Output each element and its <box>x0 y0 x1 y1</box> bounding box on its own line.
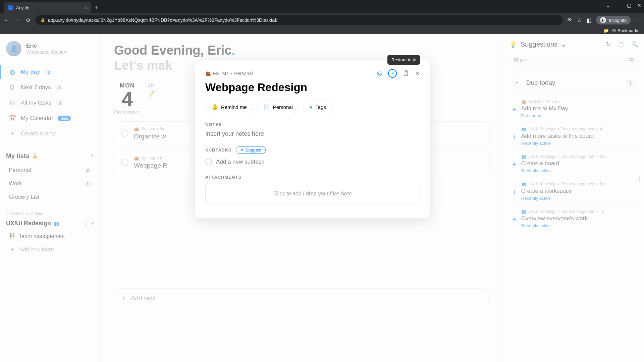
add-list-button[interactable]: + <box>90 152 94 160</box>
suggestions-label: Suggestions <box>521 41 557 48</box>
list-item-grocery[interactable]: Grocery List <box>6 190 94 204</box>
user-subtitle: Workspace Account <box>26 49 67 55</box>
back-icon[interactable]: ← <box>3 17 10 23</box>
workspace-row[interactable]: UX/UI Redesign 👥 ⋮ + <box>6 217 94 230</box>
agenda-note[interactable]: 📝 <box>148 90 157 97</box>
tab-bar: Any.do × + ⌄ — ▢ ✕ <box>0 0 644 13</box>
board-item-team[interactable]: 👫 Team management <box>6 230 94 243</box>
suggestion-card[interactable]: + 👥UX/UI Redesign > Team management > In… <box>509 123 639 151</box>
task-checkbox[interactable] <box>121 159 128 166</box>
dropdown-icon[interactable]: ⌄ <box>606 3 610 8</box>
suggestion-card[interactable]: + 👥UX/UI Redesign > Team management > To… <box>509 206 639 233</box>
sidebar-item-alltasks[interactable]: ☑ All my tasks 3 <box>6 96 94 110</box>
suggestion-card[interactable]: + 👜My lists > Personal Add me to My Day … <box>509 96 639 123</box>
tab-close-icon[interactable]: × <box>85 5 87 10</box>
eye-off-icon[interactable]: 👁 <box>567 17 572 23</box>
forward-icon[interactable]: → <box>14 17 21 23</box>
myday-target-icon[interactable]: ◎ <box>377 70 382 77</box>
due-today-header[interactable]: + Due today 1 <box>509 73 639 93</box>
suggestion-title: Create a board <box>521 160 635 167</box>
people-icon: 👥 <box>521 209 526 214</box>
minimize-icon[interactable]: — <box>616 3 621 8</box>
sidebar-item-myday[interactable]: ◎ My day 2 <box>6 65 94 79</box>
add-workspace-icon[interactable]: + <box>91 221 94 227</box>
list-label: Personal <box>9 167 31 174</box>
modal-breadcrumb[interactable]: 👜 My lists › Personal <box>205 71 253 76</box>
workspace-menu-icon[interactable]: ⋮ <box>83 221 88 227</box>
add-suggestion-button[interactable]: + <box>512 215 517 228</box>
archive-icon[interactable]: 🗄 <box>403 70 409 77</box>
remind-chip[interactable]: 🔔 Remind me <box>205 101 253 113</box>
suggestion-meta: Recently active <box>521 223 635 228</box>
suggest-button[interactable]: ✦ Suggest <box>236 146 266 154</box>
add-suggestion-button[interactable]: + <box>512 133 517 146</box>
url-bar[interactable]: 🔒 app.any.do/myday/tasks/i2N2g1Yb98XzNQs… <box>36 15 563 25</box>
add-suggestion-button[interactable]: + <box>512 188 517 201</box>
search-icon[interactable]: 🔍 <box>631 41 639 48</box>
lightbulb-icon: 💡 <box>509 40 517 48</box>
subtask-checkbox[interactable] <box>205 159 212 165</box>
sidebar-item-calendar[interactable]: 📅 My Calendar Beta <box>6 111 94 125</box>
list-label: Grocery List <box>9 194 40 200</box>
lock-open-icon: 🔓 <box>32 153 38 159</box>
maximize-icon[interactable]: ▢ <box>627 3 631 8</box>
browser-tab[interactable]: Any.do × <box>4 2 91 13</box>
all-bookmarks-button[interactable]: All Bookmarks <box>611 28 639 33</box>
new-tab-button[interactable]: + <box>95 4 99 11</box>
due-today-count: 1 <box>626 79 635 86</box>
list-chip[interactable]: 📄 Personal <box>257 101 299 113</box>
task-checkbox[interactable] <box>121 129 128 137</box>
next7-badge: 3 <box>56 85 63 90</box>
add-board-button[interactable]: + Add new board <box>6 243 94 257</box>
square-icon[interactable]: ▢ <box>618 41 624 48</box>
notes-input[interactable] <box>205 130 420 137</box>
bag-icon: 👜 <box>134 126 139 131</box>
collapse-panel-icon[interactable]: →| <box>632 175 641 183</box>
attachments-dropzone[interactable]: Click to add / drop your files here <box>205 183 420 204</box>
add-all-button[interactable]: + <box>512 78 522 87</box>
restore-tooltip: Restore task <box>387 55 420 65</box>
close-window-icon[interactable]: ✕ <box>637 3 641 8</box>
add-suggestion-button[interactable]: + <box>512 105 517 118</box>
dot-icon: . <box>232 43 235 57</box>
browser-menu-icon[interactable]: ⋮ <box>635 17 641 23</box>
suggestion-title: Add more tasks to this board <box>521 133 635 139</box>
sync-icon[interactable]: ↻ <box>606 41 611 48</box>
chip-row: 🔔 Remind me 📄 Personal # Tags <box>205 101 420 113</box>
calendar-month-icon: 📅 <box>9 115 16 122</box>
avatar: 👤 <box>6 41 21 56</box>
subtask-input-row <box>205 159 420 165</box>
incognito-badge[interactable]: ◐ Incognito <box>596 16 631 24</box>
bag-icon: 👜 <box>205 71 211 76</box>
modal-title[interactable]: Webpage Redesign <box>205 81 420 94</box>
filter-input[interactable]: Filter ☰ <box>509 54 639 67</box>
close-modal-icon[interactable]: ✕ <box>415 70 420 77</box>
restore-task-button[interactable]: ✓ <box>388 69 397 78</box>
suggestions-dropdown[interactable]: 💡 Suggestions ⌄ <box>509 40 567 48</box>
people-emoji-icon: 👫 <box>9 233 15 239</box>
add-task-input[interactable]: + Add task <box>114 288 490 308</box>
add-suggestion-button[interactable]: + <box>512 160 517 173</box>
suggestion-breadcrumb: 👥UX/UI Redesign > Team management > To .… <box>521 209 635 214</box>
suggestion-card[interactable]: + 👥UX/UI Redesign > Team management > Do… <box>509 178 639 206</box>
extensions-icon[interactable]: ◧ <box>586 17 591 23</box>
bookmarks-bar: 📁 All Bookmarks <box>0 27 644 34</box>
myday-label: My day <box>21 69 40 75</box>
user-profile[interactable]: 👤 Eric Workspace Account <box>6 41 94 56</box>
agenda-item[interactable]: Jo <box>148 82 157 89</box>
suggestion-card[interactable]: + 👥UX/UI Redesign > Team management > Do… <box>509 151 639 178</box>
list-item-personal[interactable]: Personal 2 <box>6 164 94 177</box>
list-item-work[interactable]: Work 1 <box>6 177 94 190</box>
bookmark-star-icon[interactable]: ☆ <box>577 17 582 23</box>
suggestion-breadcrumb: 👥UX/UI Redesign > Team management > In .… <box>521 127 635 131</box>
tags-chip[interactable]: # Tags <box>303 101 332 113</box>
suggestion-title: Create a workspace <box>521 188 635 194</box>
sidebar-item-next7[interactable]: 🗓 Next 7 days 3 <box>6 80 94 95</box>
bell-icon: 🔔 <box>212 104 218 110</box>
folder-icon: 📁 <box>603 28 609 33</box>
date-number: 4 <box>114 89 140 109</box>
create-view-button[interactable]: + Create a view <box>6 127 94 141</box>
reload-icon[interactable]: ⟳ <box>25 17 32 23</box>
suggestion-title: Add me to My Day <box>521 105 635 112</box>
subtask-input[interactable] <box>216 159 420 165</box>
